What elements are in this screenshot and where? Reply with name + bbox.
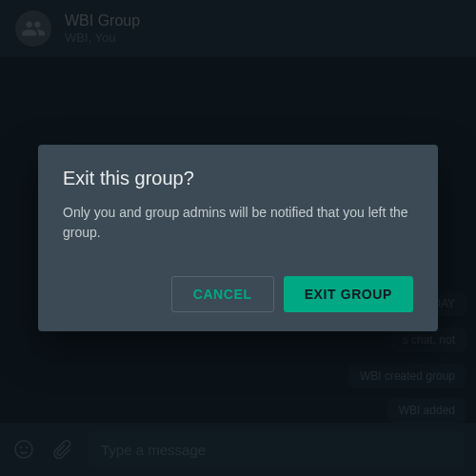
dialog-body: Only you and group admins will be notifi… bbox=[63, 203, 413, 242]
dialog-actions: Cancel Exit group bbox=[63, 276, 413, 312]
exit-group-button[interactable]: Exit group bbox=[284, 276, 413, 312]
dialog-title: Exit this group? bbox=[63, 168, 413, 189]
exit-group-dialog: Exit this group? Only you and group admi… bbox=[38, 145, 438, 331]
modal-overlay[interactable]: Exit this group? Only you and group admi… bbox=[0, 0, 476, 476]
cancel-button[interactable]: Cancel bbox=[171, 276, 274, 312]
